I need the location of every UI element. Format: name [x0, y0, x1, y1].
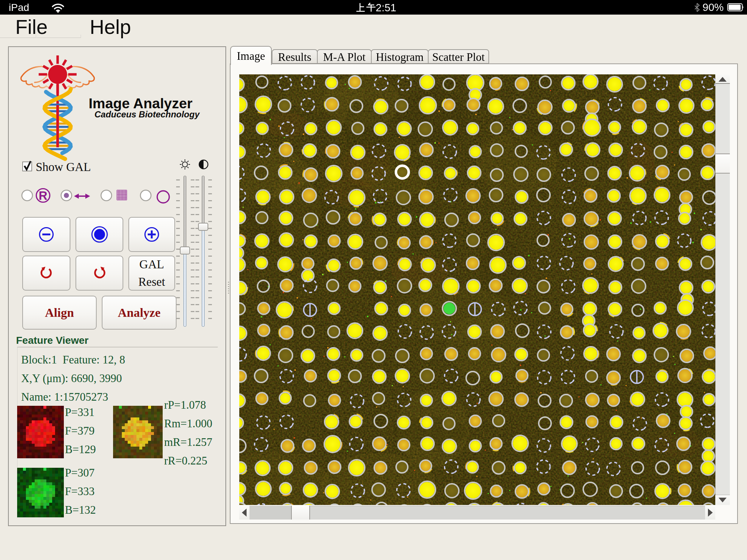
- svg-text:R: R: [39, 189, 47, 202]
